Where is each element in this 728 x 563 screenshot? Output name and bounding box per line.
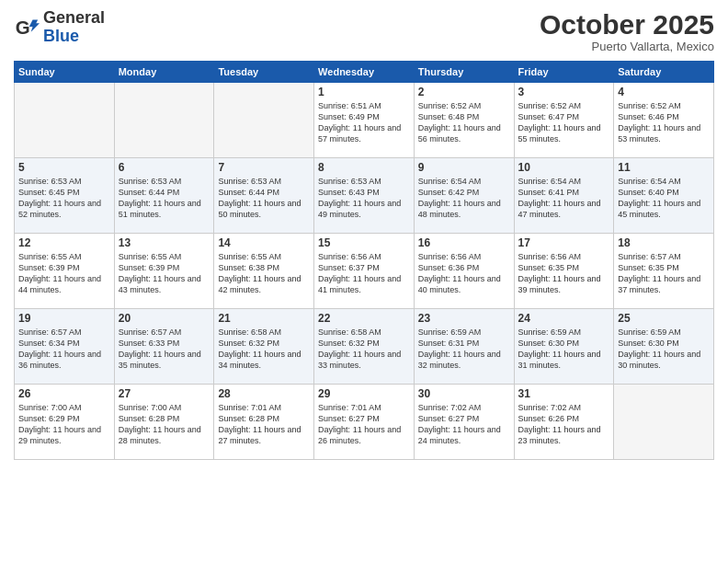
- calendar-cell: 22Sunrise: 6:58 AM Sunset: 6:32 PM Dayli…: [314, 309, 415, 385]
- calendar-cell: 28Sunrise: 7:01 AM Sunset: 6:28 PM Dayli…: [214, 385, 314, 460]
- day-info: Sunrise: 7:00 AM Sunset: 6:28 PM Dayligh…: [119, 402, 210, 447]
- calendar: SundayMondayTuesdayWednesdayThursdayFrid…: [14, 61, 714, 460]
- day-number: 7: [218, 161, 310, 174]
- day-number: 21: [218, 312, 310, 325]
- location-subtitle: Puerto Vallarta, Mexico: [540, 40, 714, 53]
- day-number: 19: [18, 312, 110, 325]
- month-title: October 2025: [540, 9, 714, 40]
- day-number: 14: [218, 236, 310, 249]
- day-info: Sunrise: 6:52 AM Sunset: 6:47 PM Dayligh…: [518, 100, 610, 145]
- calendar-cell: 16Sunrise: 6:56 AM Sunset: 6:36 PM Dayli…: [414, 234, 514, 309]
- day-number: 3: [518, 86, 610, 98]
- calendar-cell: [614, 385, 714, 460]
- calendar-cell: 23Sunrise: 6:59 AM Sunset: 6:31 PM Dayli…: [414, 309, 514, 385]
- day-info: Sunrise: 6:56 AM Sunset: 6:37 PM Dayligh…: [318, 251, 410, 296]
- day-number: 13: [119, 236, 210, 249]
- day-info: Sunrise: 6:57 AM Sunset: 6:35 PM Dayligh…: [618, 251, 710, 296]
- day-info: Sunrise: 6:52 AM Sunset: 6:46 PM Dayligh…: [618, 100, 710, 145]
- day-number: 26: [18, 387, 110, 400]
- day-number: 10: [518, 161, 610, 174]
- day-info: Sunrise: 6:51 AM Sunset: 6:49 PM Dayligh…: [318, 100, 410, 145]
- logo: G General Blue: [14, 9, 105, 46]
- weekday-header-saturday: Saturday: [614, 62, 714, 83]
- calendar-cell: 27Sunrise: 7:00 AM Sunset: 6:28 PM Dayli…: [114, 385, 214, 460]
- day-number: 1: [318, 86, 410, 98]
- calendar-cell: [214, 83, 314, 158]
- day-info: Sunrise: 7:01 AM Sunset: 6:27 PM Dayligh…: [318, 402, 410, 447]
- calendar-cell: 9Sunrise: 6:54 AM Sunset: 6:42 PM Daylig…: [414, 158, 514, 234]
- calendar-cell: 7Sunrise: 6:53 AM Sunset: 6:44 PM Daylig…: [214, 158, 314, 234]
- day-number: 29: [318, 387, 410, 400]
- day-number: 23: [418, 312, 510, 325]
- day-info: Sunrise: 6:54 AM Sunset: 6:41 PM Dayligh…: [518, 176, 610, 221]
- day-number: 25: [618, 312, 710, 325]
- day-info: Sunrise: 6:55 AM Sunset: 6:38 PM Dayligh…: [218, 251, 310, 296]
- calendar-cell: 15Sunrise: 6:56 AM Sunset: 6:37 PM Dayli…: [314, 234, 415, 309]
- calendar-week-row: 1Sunrise: 6:51 AM Sunset: 6:49 PM Daylig…: [15, 83, 714, 158]
- day-number: 22: [318, 312, 410, 325]
- day-number: 8: [318, 161, 410, 174]
- logo-blue: Blue: [43, 27, 79, 45]
- calendar-cell: [114, 83, 214, 158]
- calendar-cell: 25Sunrise: 6:59 AM Sunset: 6:30 PM Dayli…: [614, 309, 714, 385]
- day-number: 4: [618, 86, 710, 98]
- calendar-cell: 11Sunrise: 6:54 AM Sunset: 6:40 PM Dayli…: [614, 158, 714, 234]
- day-info: Sunrise: 6:59 AM Sunset: 6:30 PM Dayligh…: [518, 327, 610, 372]
- header: G General Blue October 2025 Puerto Valla…: [14, 9, 714, 53]
- calendar-cell: 17Sunrise: 6:56 AM Sunset: 6:35 PM Dayli…: [514, 234, 614, 309]
- day-info: Sunrise: 6:58 AM Sunset: 6:32 PM Dayligh…: [318, 327, 410, 372]
- calendar-cell: 20Sunrise: 6:57 AM Sunset: 6:33 PM Dayli…: [114, 309, 214, 385]
- day-info: Sunrise: 6:55 AM Sunset: 6:39 PM Dayligh…: [18, 251, 110, 296]
- weekday-header-row: SundayMondayTuesdayWednesdayThursdayFrid…: [15, 62, 714, 83]
- day-number: 9: [418, 161, 510, 174]
- title-section: October 2025 Puerto Vallarta, Mexico: [540, 9, 714, 53]
- day-number: 31: [518, 387, 610, 400]
- weekday-header-tuesday: Tuesday: [214, 62, 314, 83]
- calendar-cell: 4Sunrise: 6:52 AM Sunset: 6:46 PM Daylig…: [614, 83, 714, 158]
- calendar-cell: 30Sunrise: 7:02 AM Sunset: 6:27 PM Dayli…: [414, 385, 514, 460]
- day-number: 27: [119, 387, 210, 400]
- day-info: Sunrise: 7:02 AM Sunset: 6:27 PM Dayligh…: [418, 402, 510, 447]
- calendar-cell: 26Sunrise: 7:00 AM Sunset: 6:29 PM Dayli…: [15, 385, 115, 460]
- day-number: 18: [618, 236, 710, 249]
- calendar-cell: 8Sunrise: 6:53 AM Sunset: 6:43 PM Daylig…: [314, 158, 415, 234]
- calendar-cell: 21Sunrise: 6:58 AM Sunset: 6:32 PM Dayli…: [214, 309, 314, 385]
- calendar-week-row: 19Sunrise: 6:57 AM Sunset: 6:34 PM Dayli…: [15, 309, 714, 385]
- day-info: Sunrise: 7:02 AM Sunset: 6:26 PM Dayligh…: [518, 402, 610, 447]
- calendar-cell: [15, 83, 115, 158]
- logo-general: General: [43, 8, 105, 27]
- day-info: Sunrise: 6:54 AM Sunset: 6:42 PM Dayligh…: [418, 176, 510, 221]
- calendar-cell: 3Sunrise: 6:52 AM Sunset: 6:47 PM Daylig…: [514, 83, 614, 158]
- calendar-week-row: 26Sunrise: 7:00 AM Sunset: 6:29 PM Dayli…: [15, 385, 714, 460]
- day-number: 20: [119, 312, 210, 325]
- calendar-cell: 18Sunrise: 6:57 AM Sunset: 6:35 PM Dayli…: [614, 234, 714, 309]
- day-info: Sunrise: 6:57 AM Sunset: 6:33 PM Dayligh…: [119, 327, 210, 372]
- calendar-week-row: 5Sunrise: 6:53 AM Sunset: 6:45 PM Daylig…: [15, 158, 714, 234]
- day-info: Sunrise: 6:56 AM Sunset: 6:35 PM Dayligh…: [518, 251, 610, 296]
- calendar-cell: 10Sunrise: 6:54 AM Sunset: 6:41 PM Dayli…: [514, 158, 614, 234]
- day-info: Sunrise: 7:00 AM Sunset: 6:29 PM Dayligh…: [18, 402, 110, 447]
- svg-text:G: G: [16, 16, 30, 37]
- calendar-cell: 24Sunrise: 6:59 AM Sunset: 6:30 PM Dayli…: [514, 309, 614, 385]
- calendar-cell: 14Sunrise: 6:55 AM Sunset: 6:38 PM Dayli…: [214, 234, 314, 309]
- day-info: Sunrise: 6:53 AM Sunset: 6:43 PM Dayligh…: [318, 176, 410, 221]
- day-number: 30: [418, 387, 510, 400]
- weekday-header-sunday: Sunday: [15, 62, 115, 83]
- day-info: Sunrise: 6:53 AM Sunset: 6:44 PM Dayligh…: [119, 176, 210, 221]
- day-info: Sunrise: 6:54 AM Sunset: 6:40 PM Dayligh…: [618, 176, 710, 221]
- logo-icon: G: [14, 15, 40, 40]
- day-number: 16: [418, 236, 510, 249]
- day-number: 15: [318, 236, 410, 249]
- day-number: 11: [618, 161, 710, 174]
- weekday-header-monday: Monday: [114, 62, 214, 83]
- day-number: 28: [218, 387, 310, 400]
- day-info: Sunrise: 6:52 AM Sunset: 6:48 PM Dayligh…: [418, 100, 510, 145]
- day-info: Sunrise: 6:53 AM Sunset: 6:45 PM Dayligh…: [18, 176, 110, 221]
- day-number: 6: [119, 161, 210, 174]
- day-number: 17: [518, 236, 610, 249]
- calendar-cell: 13Sunrise: 6:55 AM Sunset: 6:39 PM Dayli…: [114, 234, 214, 309]
- day-info: Sunrise: 6:56 AM Sunset: 6:36 PM Dayligh…: [418, 251, 510, 296]
- calendar-cell: 31Sunrise: 7:02 AM Sunset: 6:26 PM Dayli…: [514, 385, 614, 460]
- calendar-cell: 29Sunrise: 7:01 AM Sunset: 6:27 PM Dayli…: [314, 385, 415, 460]
- calendar-cell: 1Sunrise: 6:51 AM Sunset: 6:49 PM Daylig…: [314, 83, 415, 158]
